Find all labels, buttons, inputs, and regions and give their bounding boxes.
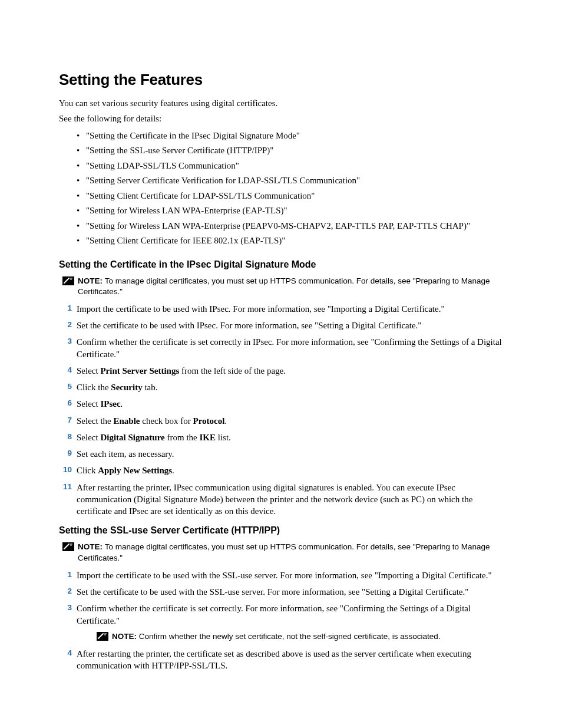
step-number: 5 bbox=[59, 381, 72, 392]
toc-item: "Setting Client Certificate for LDAP-SSL… bbox=[77, 189, 503, 204]
step-number: 8 bbox=[59, 431, 72, 442]
step-item: 2Set the certificate to be used with the… bbox=[59, 586, 503, 598]
step-text: Import the certificate to be used with I… bbox=[77, 304, 445, 314]
step-item: 8Select Digital Signature from the IKE l… bbox=[59, 431, 503, 443]
step-text: Set the certificate to be used with the … bbox=[77, 587, 468, 597]
step-number: 1 bbox=[59, 303, 72, 314]
step-item: 5Click the Security tab. bbox=[59, 381, 503, 393]
step-number: 7 bbox=[59, 415, 72, 426]
step-number: 4 bbox=[59, 648, 72, 658]
step-text: After restarting the printer, the certif… bbox=[77, 649, 471, 670]
step-item: 4After restarting the printer, the certi… bbox=[59, 648, 503, 672]
toc-item: "Setting Server Certificate Verification… bbox=[77, 173, 503, 189]
step-item: 4Select Print Server Settings from the l… bbox=[59, 365, 503, 377]
note-icon bbox=[97, 632, 108, 641]
step-text: Select Digital Signature from the IKE li… bbox=[77, 433, 231, 442]
subsection-heading: Setting the SSL-use Server Certificate (… bbox=[59, 525, 503, 536]
step-number: 11 bbox=[59, 482, 72, 492]
intro-paragraph-2: See the following for details: bbox=[59, 113, 503, 124]
step-number: 10 bbox=[59, 465, 72, 475]
step-number: 4 bbox=[59, 365, 72, 375]
note-label: NOTE: bbox=[112, 632, 139, 641]
step-text: Confirm whether the certificate is set c… bbox=[77, 337, 502, 358]
note-label: NOTE: bbox=[78, 276, 105, 285]
note-body: To manage digital certificates, you must… bbox=[78, 276, 490, 296]
toc-item: "Setting the Certificate in the IPsec Di… bbox=[77, 129, 503, 144]
step-item: 10Click Apply New Settings. bbox=[59, 465, 503, 476]
steps-list: 1Import the certificate to be used with … bbox=[59, 569, 503, 672]
step-number: 2 bbox=[59, 586, 72, 597]
toc-item: "Setting Client Certificate for IEEE 802… bbox=[77, 233, 503, 249]
step-text: Select Print Server Settings from the le… bbox=[77, 366, 286, 375]
note-block: NOTE: To manage digital certificates, yo… bbox=[62, 542, 503, 563]
svg-rect-0 bbox=[62, 276, 74, 285]
step-item: 11After restarting the printer, IPsec co… bbox=[59, 482, 503, 518]
step-text: Set the certificate to be used with IPse… bbox=[77, 321, 421, 330]
step-text: Select the Enable check box for Protocol… bbox=[77, 416, 227, 426]
note-body: Confirm whether the newly set certificat… bbox=[139, 632, 441, 641]
toc-list: "Setting the Certificate in the IPsec Di… bbox=[59, 129, 503, 249]
svg-rect-2 bbox=[97, 632, 108, 641]
step-item: 1Import the certificate to be used with … bbox=[59, 569, 503, 581]
toc-item: "Setting the SSL-use Server Certificate … bbox=[77, 143, 503, 159]
toc-item: "Setting for Wireless LAN WPA-Enterprise… bbox=[77, 219, 503, 234]
note-body: To manage digital certificates, you must… bbox=[78, 542, 490, 562]
step-text: Click Apply New Settings. bbox=[77, 466, 174, 475]
step-text: After restarting the printer, IPsec comm… bbox=[77, 483, 472, 516]
step-number: 1 bbox=[59, 569, 72, 580]
step-text: Confirm whether the certificate is set c… bbox=[77, 604, 471, 625]
document-page: Setting the Features You can set various… bbox=[0, 0, 562, 728]
step-item: 6Select IPsec. bbox=[59, 398, 503, 410]
step-text: Click the Security tab. bbox=[77, 383, 157, 392]
step-number: 3 bbox=[59, 336, 72, 347]
step-text: Select IPsec. bbox=[77, 399, 123, 409]
note-block-inner: NOTE: Confirm whether the newly set cert… bbox=[97, 631, 503, 642]
step-number: 9 bbox=[59, 448, 72, 459]
toc-item: "Setting for Wireless LAN WPA-Enterprise… bbox=[77, 203, 503, 219]
note-text: NOTE: To manage digital certificates, yo… bbox=[78, 542, 503, 563]
step-item: 3Confirm whether the certificate is set … bbox=[59, 336, 503, 360]
subsection-heading: Setting the Certificate in the IPsec Dig… bbox=[59, 259, 503, 270]
svg-rect-1 bbox=[62, 542, 74, 551]
toc-item: "Setting LDAP-SSL/TLS Communication" bbox=[77, 159, 503, 174]
step-text: Set each item, as necessary. bbox=[77, 449, 174, 459]
step-number: 6 bbox=[59, 398, 72, 409]
section-heading: Setting the Features bbox=[59, 71, 503, 89]
note-icon bbox=[62, 542, 74, 551]
step-item: 9Set each item, as necessary. bbox=[59, 448, 503, 460]
note-block: NOTE: To manage digital certificates, yo… bbox=[62, 276, 503, 297]
step-number: 2 bbox=[59, 319, 72, 330]
step-number: 3 bbox=[59, 602, 72, 613]
note-icon bbox=[62, 276, 74, 285]
step-item: 1Import the certificate to be used with … bbox=[59, 303, 503, 315]
step-text: Import the certificate to be used with t… bbox=[77, 571, 492, 580]
note-label: NOTE: bbox=[78, 542, 105, 551]
note-text: NOTE: To manage digital certificates, yo… bbox=[78, 276, 503, 297]
steps-list: 1Import the certificate to be used with … bbox=[59, 303, 503, 518]
step-item: 3 Confirm whether the certificate is set… bbox=[59, 602, 503, 642]
note-text: NOTE: Confirm whether the newly set cert… bbox=[112, 631, 440, 642]
step-item: 7Select the Enable check box for Protoco… bbox=[59, 415, 503, 427]
intro-paragraph-1: You can set various security features us… bbox=[59, 97, 503, 109]
step-item: 2Set the certificate to be used with IPs… bbox=[59, 319, 503, 331]
